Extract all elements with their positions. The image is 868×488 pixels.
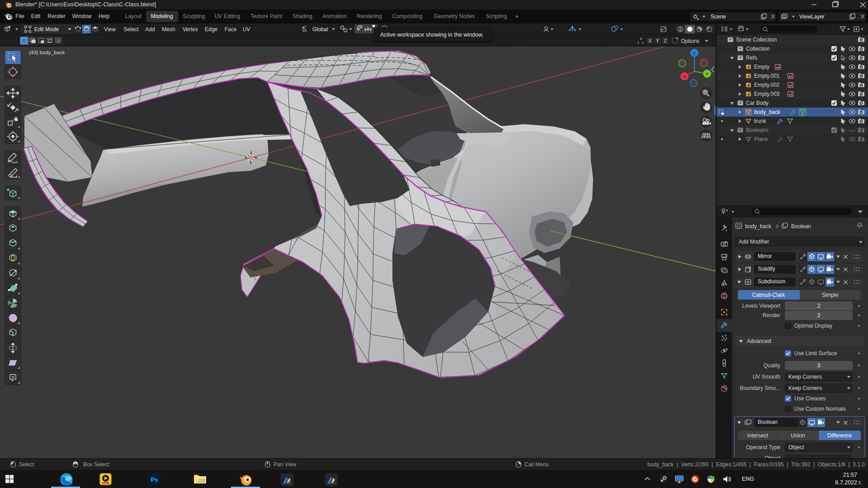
svg-text:Z: Z [693, 51, 696, 56]
svg-text:Global: Global [312, 26, 328, 33]
svg-text:Z: Z [664, 38, 667, 43]
svg-text:(43) body_back: (43) body_back [29, 50, 65, 55]
svg-text:Player: Player [103, 482, 108, 484]
svg-text:Ps: Ps [151, 476, 158, 483]
svg-text:X: X [683, 75, 686, 79]
svg-text:Y: Y [706, 72, 708, 76]
svg-text:Y: Y [656, 38, 659, 43]
svg-text:X: X [648, 38, 651, 43]
